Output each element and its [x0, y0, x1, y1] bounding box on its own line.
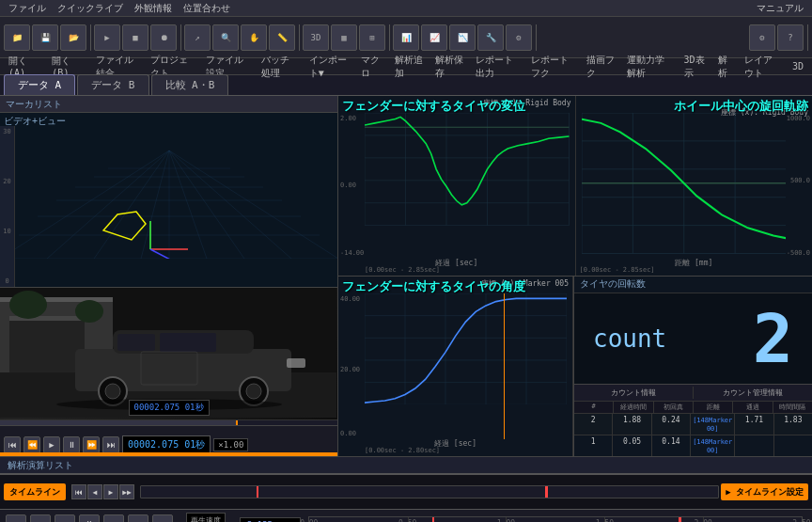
- timeline-btn-group: ⏮ ◀ ▶ ▶▶: [71, 484, 134, 499]
- pb-speed-label: 再生速度: [186, 513, 226, 523]
- sub-layout[interactable]: レイアウト: [740, 53, 786, 81]
- sub-draw-fuku[interactable]: 描画フク: [582, 53, 620, 81]
- count-row-2: 2 1.88 0.24 [148Marker 00] 1.71 1.83: [574, 413, 812, 435]
- tab-data-a[interactable]: データ A: [4, 74, 75, 95]
- pb-btn-skip-start[interactable]: ⏮: [6, 514, 26, 523]
- sub-kinematics[interactable]: 運動力学解析: [622, 53, 676, 81]
- chart-wheel-ymin: -500.0: [787, 249, 810, 257]
- 3d-view[interactable]: ビデオ+ビュー: [0, 113, 337, 287]
- row2-elapsed: 1.88: [613, 414, 651, 435]
- tl-label-250: 2.50: [792, 519, 810, 523]
- toolbar-btn-play[interactable]: ▶: [94, 24, 120, 51]
- sub-analysis-add[interactable]: 解析追加: [390, 53, 429, 81]
- tl-btn-next[interactable]: ▶▶: [119, 484, 134, 499]
- pb-btn-next-frame[interactable]: ▶▶: [128, 514, 148, 523]
- pb-speed-group: 再生速度 Play Toward ↑: [180, 513, 232, 523]
- tl-btn-play[interactable]: ▶: [103, 484, 118, 499]
- toolbar-btn-cursor[interactable]: ↗: [184, 24, 211, 51]
- toolbar-btn-grid[interactable]: ⊞: [359, 24, 385, 51]
- toolbar-btn-3d[interactable]: 3D: [303, 24, 329, 51]
- toolbar-btn-stop[interactable]: ■: [122, 24, 148, 51]
- vid-btn-forward[interactable]: ⏩: [83, 436, 100, 453]
- toolbar-btn-save[interactable]: 💾: [32, 24, 58, 51]
- menu-appearance[interactable]: 外観情報: [130, 1, 177, 16]
- count-label: count: [593, 324, 666, 353]
- timeline-cursor: [257, 486, 258, 498]
- top-menubar: ファイル クイックライブ 外観情報 位置合わせ マニュアル: [0, 0, 812, 17]
- pb-btn-play-back[interactable]: ◀▶: [55, 514, 75, 523]
- pb-btn-prev-frame[interactable]: ◀: [30, 514, 51, 523]
- video-time-overlay: 00002.075 01秒: [128, 400, 209, 416]
- toolbar-btn-open[interactable]: 📁: [4, 24, 30, 51]
- chart-wheel-title: ホイール中心の旋回軌跡: [674, 98, 808, 115]
- menu-file[interactable]: ファイル: [4, 1, 51, 16]
- timeline-track[interactable]: [140, 485, 719, 498]
- sub-report-out[interactable]: レポート出力: [471, 53, 524, 81]
- svg-line-10: [141, 150, 169, 259]
- vid-btn-pause[interactable]: ⏸: [63, 436, 80, 453]
- toolbar-btn-record[interactable]: ⏺: [150, 24, 177, 51]
- timeline-settings-btn[interactable]: ▶ タイムライン設定: [721, 483, 808, 500]
- main-timeline[interactable]: 0.00 0.50 1.00 1.50 2.00 2.50: [308, 516, 803, 523]
- 3d-y-ruler: 3020100: [0, 126, 15, 287]
- sub-analysis-save[interactable]: 解析保存: [430, 53, 469, 81]
- sub-batch[interactable]: バッチ処理: [257, 53, 303, 81]
- count-panel: タイヤの回転数 count 2 カウント情報 カウント管理情報 # 経過時間: [573, 277, 812, 457]
- analysis-bar: 解析演算リスト: [0, 456, 812, 473]
- vid-btn-play[interactable]: ▶: [43, 436, 60, 453]
- svg-line-13: [169, 150, 244, 259]
- vid-btn-next[interactable]: ⏭: [102, 436, 119, 453]
- row1-distance: [148Marker 00]: [691, 435, 735, 456]
- chart-angle-title: フェンダーに対するタイヤの角度: [342, 278, 525, 295]
- chart-wheel-trajectory[interactable]: ホイール中心の旋回軌跡 座標 (x): Rigid Body 1000.0 50…: [576, 96, 813, 276]
- tl-btn-rewind[interactable]: ⏮: [71, 484, 86, 499]
- vid-btn-prev[interactable]: ⏮: [4, 436, 21, 453]
- toolbar-btn-analysis4[interactable]: 🔧: [477, 24, 504, 51]
- row2-pass: 1.71: [735, 414, 773, 435]
- sub-analyze[interactable]: 解析: [713, 53, 738, 81]
- tab-data-b[interactable]: データ B: [77, 74, 148, 95]
- vid-btn-rewind[interactable]: ⏪: [23, 436, 40, 453]
- tl-label-0: 0.00: [300, 519, 318, 523]
- toolbar-btn-analysis3[interactable]: 📉: [449, 24, 476, 51]
- toolbar-btn-help[interactable]: ?: [777, 24, 804, 51]
- video-scene: [0, 288, 336, 418]
- pb-btn-skip-end[interactable]: ⏭: [152, 514, 173, 523]
- tab-compare[interactable]: 比較 A・B: [151, 74, 229, 95]
- sub-3d-view[interactable]: 3D表示: [679, 53, 712, 81]
- menu-align[interactable]: 位置合わせ: [179, 1, 235, 16]
- menu-quicklive[interactable]: クイックライブ: [53, 1, 128, 16]
- pb-btn-pause[interactable]: ⏸: [79, 514, 100, 523]
- left-panel: マーカリスト ビデオ+ビュー: [0, 96, 338, 456]
- toolbar-btn-settings[interactable]: ⚙: [749, 24, 775, 51]
- toolbar-btn-pan[interactable]: ✋: [241, 24, 267, 51]
- chart-tire-angle[interactable]: フェンダーに対するタイヤの角度 座標 (y): Marker 005 40.00…: [338, 277, 573, 457]
- chart-wheel-ymid: 500.0: [790, 177, 810, 184]
- toolbar-btn-measure[interactable]: 📏: [269, 24, 295, 51]
- toolbar-btn-zoom[interactable]: 🔍: [212, 24, 239, 51]
- marker-list-label: マーカリスト: [0, 96, 337, 113]
- toolbar-btn-analysis1[interactable]: 📊: [393, 24, 419, 51]
- toolbar-group-analysis: 📊 📈 📉 🔧 ⚙: [393, 24, 537, 51]
- pb-btn-play-fwd[interactable]: ▶: [103, 514, 124, 523]
- sub-import[interactable]: インポート▼: [304, 53, 355, 81]
- row2-interval: 1.83: [774, 414, 812, 435]
- toolbar-btn-folder[interactable]: 📂: [60, 24, 86, 51]
- count-table-area: カウント情報 カウント管理情報 # 経過時間 初回真 距離 通過 時間間隔 2 …: [574, 384, 812, 456]
- chart-wheel-range: [0.00sec - 2.85sec]: [580, 266, 655, 274]
- main-timeline-cursor: [432, 517, 434, 523]
- sub-report-fuku[interactable]: レポートフク: [526, 53, 580, 81]
- toolbar-btn-analysis5[interactable]: ⚙: [506, 24, 532, 51]
- sub-3d[interactable]: 3D: [788, 60, 808, 72]
- video-scrubbar[interactable]: [0, 419, 337, 425]
- toolbar-btn-layout[interactable]: ▦: [331, 24, 357, 51]
- sub-col-interval: 時間間隔: [773, 402, 812, 413]
- toolbar-btn-analysis2[interactable]: 📈: [421, 24, 447, 51]
- sub-macro[interactable]: マクロ: [356, 53, 387, 81]
- chart-tire-displacement[interactable]: フェンダーに対するタイヤの変位 座標 (x): Rigid Body 2.00 …: [338, 96, 576, 276]
- toolbar-group-playback: ▶ ■ ⏺: [94, 24, 181, 51]
- tl-btn-prev[interactable]: ◀: [87, 484, 102, 499]
- chart-displacement-title: フェンダーに対するタイヤの変位: [342, 98, 525, 115]
- svg-point-35: [246, 384, 261, 399]
- charts-top-row: フェンダーに対するタイヤの変位 座標 (x): Rigid Body 2.00 …: [338, 96, 812, 277]
